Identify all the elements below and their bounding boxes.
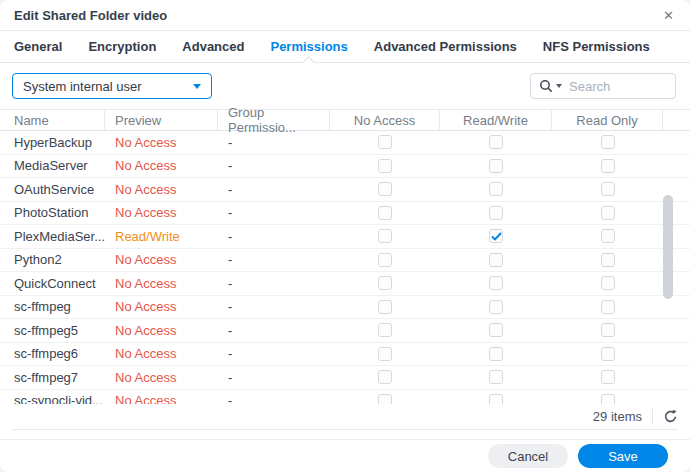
no-access-checkbox[interactable] — [378, 229, 392, 243]
read-only-checkbox[interactable] — [601, 323, 615, 337]
table-row[interactable]: PlexMediaSer...Read/Write- — [0, 225, 690, 249]
cell-read-write — [440, 253, 552, 267]
row-name: sc-ffmpeg6 — [0, 346, 105, 361]
row-group-permission: - — [218, 346, 330, 361]
user-type-dropdown[interactable]: System internal user — [12, 73, 212, 99]
table-row[interactable]: sc-ffmpeg5No Access- — [0, 319, 690, 343]
cell-no-access — [330, 135, 440, 149]
column-header-read-only[interactable]: Read Only — [552, 110, 663, 130]
column-header-no-access[interactable]: No Access — [330, 110, 440, 130]
search-input[interactable] — [569, 79, 667, 94]
cell-no-access — [330, 323, 440, 337]
read-write-checkbox[interactable] — [489, 300, 503, 314]
cell-no-access — [330, 276, 440, 290]
row-name: sc-synocli-vid... — [0, 393, 105, 404]
no-access-checkbox[interactable] — [378, 182, 392, 196]
no-access-checkbox[interactable] — [378, 347, 392, 361]
read-only-checkbox[interactable] — [601, 370, 615, 384]
cell-read-write — [440, 206, 552, 220]
no-access-checkbox[interactable] — [378, 206, 392, 220]
tab-encryption[interactable]: Encryption — [88, 31, 156, 62]
row-group-permission: - — [218, 370, 330, 385]
read-write-checkbox[interactable] — [489, 323, 503, 337]
cell-no-access — [330, 229, 440, 243]
table-row[interactable]: MediaServerNo Access- — [0, 155, 690, 179]
no-access-checkbox[interactable] — [378, 135, 392, 149]
read-only-checkbox[interactable] — [601, 253, 615, 267]
no-access-checkbox[interactable] — [378, 370, 392, 384]
read-only-checkbox[interactable] — [601, 206, 615, 220]
cell-read-only — [552, 253, 663, 267]
read-only-checkbox[interactable] — [601, 300, 615, 314]
tab-permissions[interactable]: Permissions — [270, 31, 347, 62]
table-row[interactable]: HyperBackupNo Access- — [0, 131, 690, 155]
column-header-read-write[interactable]: Read/Write — [440, 110, 552, 130]
tab-nfs-permissions[interactable]: NFS Permissions — [543, 31, 650, 62]
table-row[interactable]: sc-ffmpeg7No Access- — [0, 366, 690, 390]
column-header-preview[interactable]: Preview — [105, 110, 218, 130]
table-row[interactable]: QuickConnectNo Access- — [0, 272, 690, 296]
cell-no-access — [330, 347, 440, 361]
no-access-checkbox[interactable] — [378, 300, 392, 314]
read-write-checkbox[interactable] — [489, 206, 503, 220]
row-name: Python2 — [0, 252, 105, 267]
cell-read-only — [552, 159, 663, 173]
no-access-checkbox[interactable] — [378, 394, 392, 404]
no-access-checkbox[interactable] — [378, 159, 392, 173]
tab-general[interactable]: General — [14, 31, 62, 62]
cell-no-access — [330, 394, 440, 404]
read-write-checkbox[interactable] — [489, 229, 503, 243]
row-name: OAuthService — [0, 182, 105, 197]
column-header-group-permissio[interactable]: Group Permissio... — [218, 110, 330, 130]
read-write-checkbox[interactable] — [489, 347, 503, 361]
search-box[interactable] — [530, 73, 676, 99]
read-write-checkbox[interactable] — [489, 370, 503, 384]
row-name: sc-ffmpeg — [0, 299, 105, 314]
refresh-button[interactable] — [663, 409, 678, 424]
read-write-checkbox[interactable] — [489, 135, 503, 149]
cell-read-only — [552, 300, 663, 314]
row-group-permission: - — [218, 135, 330, 150]
tab-advanced[interactable]: Advanced — [182, 31, 244, 62]
edit-shared-folder-dialog: Edit Shared Folder video ✕ GeneralEncryp… — [0, 0, 690, 472]
table-row[interactable]: sc-synocli-vid...No Access- — [0, 390, 690, 405]
row-preview: No Access — [105, 346, 218, 361]
search-filter-chevron-icon[interactable] — [556, 84, 562, 88]
table-row[interactable]: Python2No Access- — [0, 249, 690, 273]
read-write-checkbox[interactable] — [489, 182, 503, 196]
vertical-scrollbar-thumb[interactable] — [663, 195, 673, 299]
cell-read-write — [440, 276, 552, 290]
dialog-title: Edit Shared Folder video — [14, 8, 167, 23]
read-write-checkbox[interactable] — [489, 253, 503, 267]
table-row[interactable]: sc-ffmpegNo Access- — [0, 296, 690, 320]
no-access-checkbox[interactable] — [378, 323, 392, 337]
table-row[interactable]: sc-ffmpeg6No Access- — [0, 343, 690, 367]
table-row[interactable]: PhotoStationNo Access- — [0, 202, 690, 226]
toolbar: System internal user — [0, 63, 690, 109]
footer: Cancel Save — [0, 439, 690, 472]
permissions-table: NamePreviewGroup Permissio...No AccessRe… — [0, 109, 690, 404]
read-only-checkbox[interactable] — [601, 394, 615, 404]
cancel-button[interactable]: Cancel — [488, 444, 568, 468]
read-only-checkbox[interactable] — [601, 182, 615, 196]
row-preview: No Access — [105, 393, 218, 404]
save-button[interactable]: Save — [578, 444, 668, 468]
read-write-checkbox[interactable] — [489, 276, 503, 290]
read-only-checkbox[interactable] — [601, 276, 615, 290]
no-access-checkbox[interactable] — [378, 276, 392, 290]
read-write-checkbox[interactable] — [489, 394, 503, 404]
refresh-icon — [663, 409, 678, 424]
read-only-checkbox[interactable] — [601, 229, 615, 243]
table-row[interactable]: OAuthServiceNo Access- — [0, 178, 690, 202]
read-write-checkbox[interactable] — [489, 159, 503, 173]
column-header-name[interactable]: Name — [0, 110, 105, 130]
read-only-checkbox[interactable] — [601, 347, 615, 361]
read-only-checkbox[interactable] — [601, 135, 615, 149]
row-preview: No Access — [105, 135, 218, 150]
read-only-checkbox[interactable] — [601, 159, 615, 173]
tab-advanced-permissions[interactable]: Advanced Permissions — [374, 31, 517, 62]
row-preview: No Access — [105, 205, 218, 220]
close-icon[interactable]: ✕ — [663, 9, 674, 22]
cell-read-only — [552, 394, 663, 404]
no-access-checkbox[interactable] — [378, 253, 392, 267]
